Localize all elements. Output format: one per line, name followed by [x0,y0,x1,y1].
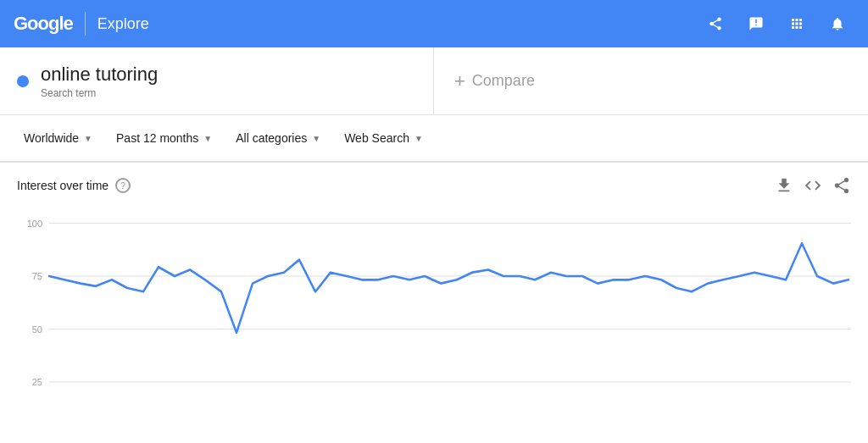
term-info: online tutoring Search term [41,64,158,99]
filters-bar: Worldwide ▼ Past 12 months ▼ All categor… [0,115,868,163]
category-arrow: ▼ [312,134,320,143]
category-label: All categories [236,131,307,145]
search-type-label: Web Search [344,131,409,145]
logo-area: Google Explore [14,12,149,36]
feedback-icon[interactable] [739,7,773,41]
google-logo: Google [14,13,73,35]
svg-text:100: 100 [27,218,42,228]
compare-section[interactable]: + Compare [434,47,868,114]
compare-label: Compare [472,72,535,90]
time-label: Past 12 months [116,131,198,145]
time-arrow: ▼ [203,134,212,143]
embed-chart-icon[interactable] [804,176,822,195]
term-name[interactable]: online tutoring [41,64,158,86]
region-label: Worldwide [24,131,79,145]
share-icon[interactable] [698,7,732,41]
explore-label: Explore [97,15,149,33]
google-text: Google [14,13,73,35]
interest-title-area: Interest over time ? [17,178,131,193]
help-icon[interactable]: ? [115,178,131,193]
chart-container: 100 75 50 25 [17,205,851,442]
chart-section: Interest over time ? [0,163,868,443]
apps-icon[interactable] [780,7,814,41]
download-chart-icon[interactable] [775,176,793,195]
interest-over-time-title: Interest over time [17,179,108,192]
svg-text:25: 25 [32,377,42,387]
share-chart-icon[interactable] [832,176,851,195]
chart-header: Interest over time ? [17,176,851,195]
svg-text:50: 50 [32,324,42,334]
notification-icon[interactable] [821,7,854,41]
search-term-section[interactable]: online tutoring Search term [0,47,434,114]
term-type: Search term [41,87,158,99]
category-filter[interactable]: All categories ▼ [225,126,331,150]
trend-chart: 100 75 50 25 [17,205,851,442]
app-header: Google Explore [0,0,868,47]
time-filter[interactable]: Past 12 months ▼ [106,126,222,150]
term-dot [17,75,29,87]
search-area: online tutoring Search term + Compare [0,47,868,115]
region-arrow: ▼ [84,134,92,143]
svg-text:75: 75 [32,271,42,281]
logo-divider [85,12,86,36]
search-type-filter[interactable]: Web Search ▼ [334,126,433,150]
search-type-arrow: ▼ [415,134,423,143]
compare-plus-icon: + [454,70,465,92]
region-filter[interactable]: Worldwide ▼ [14,126,103,150]
chart-actions [775,176,851,195]
header-icons [698,7,854,41]
